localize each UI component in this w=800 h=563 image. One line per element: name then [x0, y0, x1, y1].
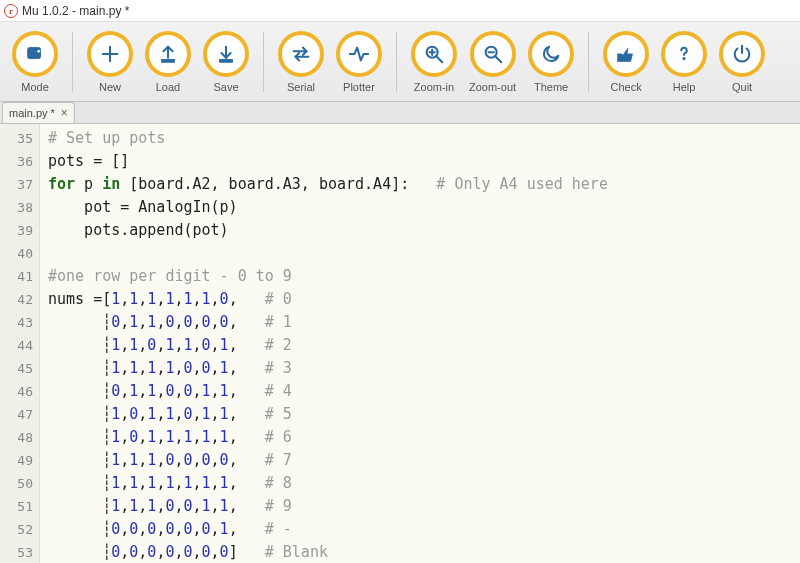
line-number: 42 — [0, 288, 33, 311]
line-number: 47 — [0, 403, 33, 426]
line-number: 49 — [0, 449, 33, 472]
app-logo-icon: r — [4, 4, 18, 18]
load-button[interactable]: Load — [145, 31, 191, 93]
plotter-button[interactable]: Plotter — [336, 31, 382, 93]
code-line[interactable]: ┆1,1,1,0,0,0,0, # 7 — [48, 449, 800, 472]
toolbar-separator — [396, 32, 397, 92]
code-line[interactable]: for p in [board.A2, board.A3, board.A4]:… — [48, 173, 800, 196]
svg-line-11 — [437, 56, 443, 62]
zoom-out-icon — [470, 31, 516, 77]
code-line[interactable]: # Set up pots — [48, 127, 800, 150]
line-number: 39 — [0, 219, 33, 242]
toolbar-label: Zoom-in — [414, 81, 454, 93]
svg-rect-7 — [220, 59, 233, 62]
code-line[interactable]: pots.append(pot) — [48, 219, 800, 242]
toolbar-label: Help — [673, 81, 696, 93]
toolbar-separator — [588, 32, 589, 92]
svg-rect-5 — [162, 59, 175, 62]
zoom-out-button[interactable]: Zoom-out — [469, 31, 516, 93]
serial-button[interactable]: Serial — [278, 31, 324, 93]
line-number: 36 — [0, 150, 33, 173]
tab-label: main.py * — [9, 107, 55, 119]
svg-point-1 — [37, 49, 41, 53]
line-number: 44 — [0, 334, 33, 357]
line-number: 40 — [0, 242, 33, 265]
line-number: 51 — [0, 495, 33, 518]
toolbar-label: Mode — [21, 81, 49, 93]
tab-main-py[interactable]: main.py * × — [2, 102, 75, 123]
toolbar-label: Theme — [534, 81, 568, 93]
window-title: Mu 1.0.2 - main.py * — [22, 4, 129, 18]
line-number-gutter: 35363738394041424344454647484950515253 — [0, 124, 40, 563]
moon-icon — [528, 31, 574, 77]
toolbar-label: Serial — [287, 81, 315, 93]
new-button[interactable]: New — [87, 31, 133, 93]
line-number: 52 — [0, 518, 33, 541]
code-line[interactable]: pots = [] — [48, 150, 800, 173]
toolbar: ModeNewLoadSaveSerialPlotterZoom-inZoom-… — [0, 22, 800, 102]
line-number: 46 — [0, 380, 33, 403]
svg-point-18 — [683, 57, 685, 59]
help-button[interactable]: Help — [661, 31, 707, 93]
line-number: 37 — [0, 173, 33, 196]
code-line[interactable]: ┆0,1,1,0,0,1,1, # 4 — [48, 380, 800, 403]
check-button[interactable]: Check — [603, 31, 649, 93]
code-editor[interactable]: 35363738394041424344454647484950515253 #… — [0, 124, 800, 563]
mode-icon — [12, 31, 58, 77]
upload-icon — [145, 31, 191, 77]
svg-rect-17 — [618, 54, 622, 61]
line-number: 53 — [0, 541, 33, 563]
line-number: 41 — [0, 265, 33, 288]
theme-button[interactable]: Theme — [528, 31, 574, 93]
code-line[interactable]: ┆0,1,1,0,0,0,0, # 1 — [48, 311, 800, 334]
code-line[interactable]: #one row per digit - 0 to 9 — [48, 265, 800, 288]
line-number: 45 — [0, 357, 33, 380]
code-line[interactable]: ┆0,0,0,0,0,0,1, # - — [48, 518, 800, 541]
code-area[interactable]: # Set up potspots = []for p in [board.A2… — [40, 124, 800, 563]
toolbar-label: Load — [156, 81, 180, 93]
code-line[interactable]: ┆1,1,1,0,0,1,1, # 9 — [48, 495, 800, 518]
code-line[interactable]: ┆1,0,1,1,0,1,1, # 5 — [48, 403, 800, 426]
toolbar-label: Zoom-out — [469, 81, 516, 93]
code-line[interactable]: ┆0,0,0,0,0,0,0] # Blank — [48, 541, 800, 563]
window-titlebar: r Mu 1.0.2 - main.py * — [0, 0, 800, 22]
close-icon[interactable]: × — [61, 106, 68, 120]
toolbar-label: New — [99, 81, 121, 93]
code-line[interactable]: ┆1,1,1,1,0,0,1, # 3 — [48, 357, 800, 380]
tab-bar: main.py * × — [0, 102, 800, 124]
power-icon — [719, 31, 765, 77]
toolbar-label: Quit — [732, 81, 752, 93]
line-number: 48 — [0, 426, 33, 449]
thumbs-up-icon — [603, 31, 649, 77]
download-icon — [203, 31, 249, 77]
question-icon — [661, 31, 707, 77]
zoom-in-icon — [411, 31, 457, 77]
code-line[interactable]: ┆1,1,1,1,1,1,1, # 8 — [48, 472, 800, 495]
toolbar-separator — [263, 32, 264, 92]
pulse-icon — [336, 31, 382, 77]
save-button[interactable]: Save — [203, 31, 249, 93]
zoom-in-button[interactable]: Zoom-in — [411, 31, 457, 93]
mode-button[interactable]: Mode — [12, 31, 58, 93]
line-number: 50 — [0, 472, 33, 495]
toolbar-label: Save — [213, 81, 238, 93]
toolbar-label: Check — [610, 81, 641, 93]
swap-icon — [278, 31, 324, 77]
line-number: 43 — [0, 311, 33, 334]
plus-icon — [87, 31, 133, 77]
line-number: 35 — [0, 127, 33, 150]
toolbar-separator — [72, 32, 73, 92]
toolbar-label: Plotter — [343, 81, 375, 93]
code-line[interactable]: nums =[1,1,1,1,1,1,0, # 0 — [48, 288, 800, 311]
code-line[interactable]: ┆1,0,1,1,1,1,1, # 6 — [48, 426, 800, 449]
code-line[interactable]: ┆1,1,0,1,1,0,1, # 2 — [48, 334, 800, 357]
svg-line-15 — [495, 56, 501, 62]
quit-button[interactable]: Quit — [719, 31, 765, 93]
code-line[interactable] — [48, 242, 800, 265]
line-number: 38 — [0, 196, 33, 219]
code-line[interactable]: pot = AnalogIn(p) — [48, 196, 800, 219]
